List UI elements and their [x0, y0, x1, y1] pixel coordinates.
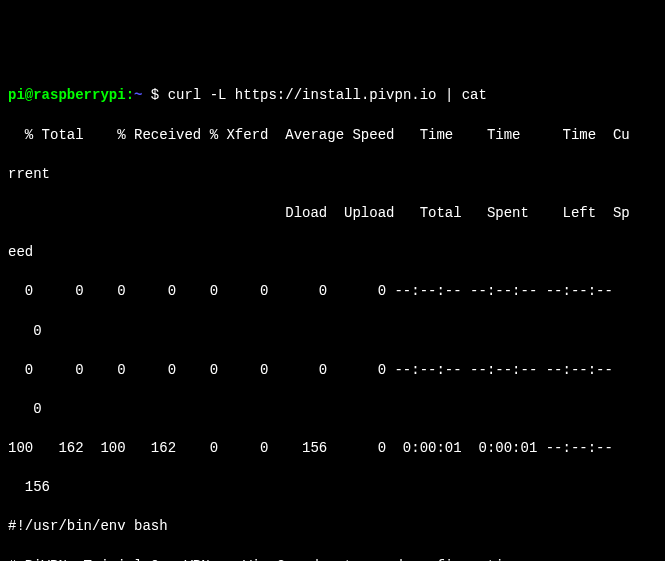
script-line: # PiVPN: Trivial OpenVPN or WireGuard se…	[8, 557, 657, 561]
curl-progress-row-2: 0 0 0 0 0 0 0 0 --:--:-- --:--:-- --:--:…	[8, 361, 657, 381]
curl-header-2: Dload Upload Total Spent Left Sp	[8, 204, 657, 224]
prompt-line[interactable]: pi@raspberrypi:~ $ curl -L https://insta…	[8, 86, 657, 106]
prompt-symbol: $	[142, 87, 167, 103]
curl-header-1: % Total % Received % Xferd Average Speed…	[8, 126, 657, 146]
curl-progress-row-3b: 156	[8, 478, 657, 498]
command-text: curl -L https://install.pivpn.io | cat	[168, 87, 487, 103]
prompt-user-host: pi@raspberrypi	[8, 87, 126, 103]
curl-progress-row-3: 100 162 100 162 0 0 156 0 0:00:01 0:00:0…	[8, 439, 657, 459]
curl-header-2b: eed	[8, 243, 657, 263]
curl-progress-row-1: 0 0 0 0 0 0 0 0 --:--:-- --:--:-- --:--:…	[8, 282, 657, 302]
script-line: #!/usr/bin/env bash	[8, 517, 657, 537]
curl-progress-row-2b: 0	[8, 400, 657, 420]
prompt-separator: :	[126, 87, 134, 103]
curl-progress-row-1b: 0	[8, 322, 657, 342]
curl-header-1b: rrent	[8, 165, 657, 185]
